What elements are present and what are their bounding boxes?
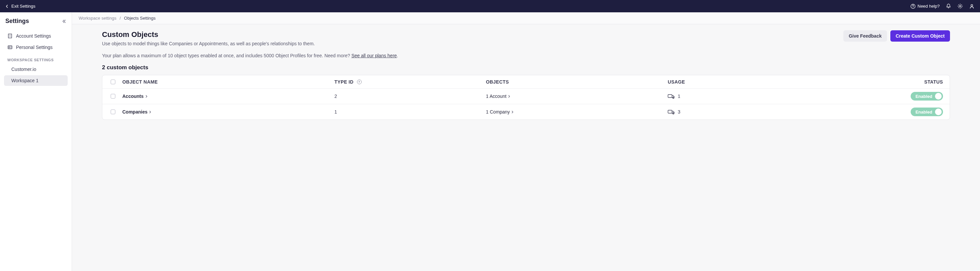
column-status: STATUS — [892, 76, 946, 88]
sidebar-title: Settings — [5, 17, 29, 25]
column-usage: USAGE — [665, 76, 892, 88]
gear-icon — [957, 3, 963, 9]
type-id-cell: 1 — [332, 106, 483, 118]
sidebar-workspace-customerio[interactable]: Customer.io — [4, 64, 68, 74]
table-header-row: OBJECT NAME TYPE ID ? OBJECTS USAGE STAT… — [102, 75, 950, 89]
page-subtitle: Use objects to model things like Compani… — [102, 41, 315, 46]
exit-settings-button[interactable]: Exit Settings — [5, 4, 35, 9]
table-row: Companies 1 1 Company — [102, 104, 950, 119]
sidebar-item-personal-settings[interactable]: Personal Settings — [4, 42, 68, 52]
svg-rect-5 — [8, 46, 12, 49]
usage-link[interactable]: 1 — [668, 94, 680, 99]
objects-count-text: 1 Account — [486, 94, 507, 99]
type-id-help-icon[interactable]: ? — [357, 79, 362, 84]
usage-icon — [668, 109, 675, 114]
status-toggle[interactable]: Enabled — [911, 92, 943, 101]
chevron-right-icon — [149, 111, 152, 114]
svg-rect-4 — [8, 34, 12, 38]
object-name-link[interactable]: Companies — [123, 109, 152, 114]
sidebar-item-label: Customer.io — [11, 67, 37, 72]
svg-point-3 — [971, 4, 973, 6]
sidebar-section-label: WORKSPACE SETTINGS — [4, 53, 68, 64]
top-bar: Exit Settings Need help? — [0, 0, 980, 12]
status-toggle[interactable]: Enabled — [911, 108, 943, 116]
table-row: Accounts 2 1 Account — [102, 89, 950, 104]
column-object-name: OBJECT NAME — [120, 76, 332, 88]
give-feedback-button[interactable]: Give Feedback — [843, 30, 887, 41]
type-id-cell: 2 — [332, 90, 483, 102]
column-type-id: TYPE ID ? — [332, 76, 483, 88]
sidebar-item-account-settings[interactable]: Account Settings — [4, 31, 68, 41]
objects-count-link[interactable]: 1 Account — [486, 94, 511, 99]
breadcrumb-parent[interactable]: Workspace settings — [79, 16, 116, 21]
svg-point-2 — [959, 5, 961, 7]
svg-point-1 — [913, 7, 913, 7]
column-objects: OBJECTS — [483, 76, 665, 88]
help-circle-icon — [910, 4, 916, 9]
usage-count: 1 — [678, 94, 680, 99]
plans-link[interactable]: See all our plans here — [352, 53, 397, 58]
row-checkbox[interactable] — [111, 109, 115, 114]
chevron-right-icon — [511, 111, 514, 114]
create-custom-object-button[interactable]: Create Custom Object — [890, 30, 950, 41]
chevron-right-icon — [145, 95, 148, 98]
toggle-knob — [935, 109, 942, 115]
objects-count-link[interactable]: 1 Company — [486, 109, 514, 114]
id-card-icon — [7, 44, 13, 50]
usage-icon — [668, 94, 675, 99]
building-icon — [7, 33, 13, 39]
objects-count-text: 1 Company — [486, 109, 510, 114]
plan-note-suffix: . — [397, 53, 398, 58]
chevron-left-icon — [5, 5, 9, 8]
objects-table: OBJECT NAME TYPE ID ? OBJECTS USAGE STAT… — [102, 75, 950, 120]
row-checkbox[interactable] — [111, 94, 115, 98]
breadcrumb: Workspace settings / Objects Settings — [72, 12, 980, 24]
exit-settings-label: Exit Settings — [11, 4, 35, 9]
select-all-checkbox[interactable] — [111, 79, 115, 84]
object-name-text: Accounts — [123, 94, 144, 99]
settings-gear-button[interactable] — [957, 3, 963, 9]
sidebar-item-label: Personal Settings — [16, 44, 52, 50]
need-help-label: Need help? — [918, 4, 940, 9]
objects-count-heading: 2 custom objects — [102, 64, 950, 71]
usage-link[interactable]: 3 — [668, 109, 680, 114]
sidebar-item-label: Workspace 1 — [11, 78, 38, 83]
object-name-text: Companies — [123, 109, 147, 114]
toggle-knob — [935, 93, 942, 100]
object-name-link[interactable]: Accounts — [123, 94, 148, 99]
chevron-right-icon — [508, 95, 511, 98]
sidebar: Settings Account Settings Personal Setti… — [0, 12, 72, 271]
breadcrumb-current: Objects Settings — [124, 16, 156, 21]
sidebar-workspace-1[interactable]: Workspace 1 — [4, 75, 68, 86]
collapse-sidebar-button[interactable] — [62, 19, 66, 24]
usage-count: 3 — [678, 109, 680, 114]
plan-note-text: Your plan allows a maximum of 10 object … — [102, 53, 352, 58]
profile-button[interactable] — [969, 3, 975, 9]
svg-rect-9 — [668, 110, 672, 113]
chevron-double-left-icon — [62, 19, 66, 24]
need-help-button[interactable]: Need help? — [910, 4, 940, 9]
user-icon — [969, 3, 975, 9]
column-type-id-label: TYPE ID — [334, 79, 353, 84]
page-title: Custom Objects — [102, 30, 315, 39]
notifications-button[interactable] — [946, 3, 951, 9]
svg-point-6 — [9, 47, 10, 47]
breadcrumb-separator: / — [120, 16, 121, 21]
svg-rect-7 — [668, 95, 672, 98]
status-toggle-label: Enabled — [915, 109, 932, 114]
sidebar-item-label: Account Settings — [16, 33, 51, 39]
bell-icon — [946, 3, 951, 9]
status-toggle-label: Enabled — [915, 94, 932, 99]
plan-note: Your plan allows a maximum of 10 object … — [102, 53, 950, 58]
